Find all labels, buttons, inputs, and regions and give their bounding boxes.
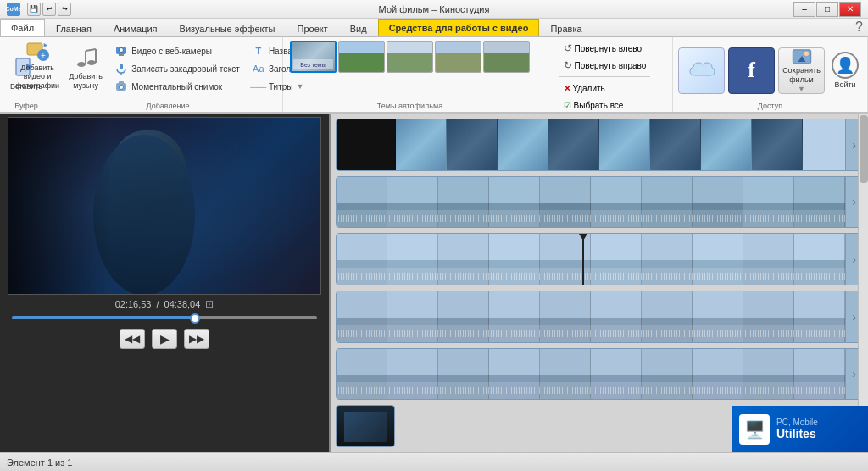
svg-rect-13 — [119, 54, 124, 56]
rotate-left-button[interactable]: ↺ Повернуть влево — [559, 41, 651, 56]
snapshot-button[interactable]: Моментальный снимок — [110, 78, 244, 95]
strip-4-waveform — [337, 325, 845, 342]
svg-rect-14 — [120, 64, 123, 69]
webcam-icon — [114, 44, 128, 58]
svg-point-21 — [804, 51, 808, 55]
prev-frame-button[interactable]: ◀◀ — [120, 329, 145, 349]
tab-project[interactable]: Проект — [286, 19, 338, 36]
watermark-line2: Utilites — [776, 427, 818, 441]
tab-edit[interactable]: Правка — [539, 19, 593, 36]
next-frame-button[interactable]: ▶▶ — [184, 329, 209, 349]
add-large-buttons: + Добавить видео и фотографии — [12, 41, 107, 93]
seek-thumb[interactable] — [190, 313, 200, 324]
watermark-line1: PC, Mobile — [776, 418, 818, 427]
add-video-photos-button[interactable]: + Добавить видео и фотографии — [12, 41, 63, 93]
login-button[interactable]: 👤 Войти — [828, 48, 862, 92]
delete-button[interactable]: ✕ Удалить — [559, 80, 651, 96]
svg-point-12 — [120, 48, 124, 53]
minimize-button[interactable]: – — [793, 2, 815, 17]
small-frame — [337, 406, 394, 447]
film-strip-2[interactable]: › — [336, 176, 863, 229]
theme-thumb-3[interactable] — [387, 41, 433, 73]
strip-2-waveform — [337, 210, 845, 227]
total-time: 04:38,04 — [164, 299, 201, 309]
svg-point-17 — [120, 86, 124, 90]
close-button[interactable]: ✕ — [839, 2, 861, 17]
time-separator: / — [156, 299, 159, 309]
theme-thumb-2[interactable] — [338, 41, 385, 73]
tab-view[interactable]: Вид — [339, 19, 378, 36]
theme-thumb-5[interactable] — [483, 41, 530, 73]
svg-text:+: + — [41, 51, 46, 60]
film-strip-4[interactable]: › — [336, 291, 863, 343]
frame-1-4 — [498, 119, 548, 170]
play-button[interactable]: ▶ — [152, 329, 177, 349]
ribbon-tab-bar: Файл Главная Анимация Визуальные эффекты… — [0, 19, 868, 37]
onedrive-button[interactable] — [678, 47, 725, 94]
frame-1-8 — [701, 119, 752, 170]
divider — [559, 76, 651, 77]
add-group-content: + Добавить видео и фотографии — [12, 41, 324, 100]
status-bar: Элемент 1 из 1 — [0, 452, 868, 471]
add-group-label: Добавление — [147, 100, 190, 110]
small-frame-img — [344, 412, 387, 442]
title-icon: T — [252, 44, 265, 58]
tab-home[interactable]: Главная — [45, 19, 103, 36]
rotate-right-button[interactable]: ↻ Повернуть вправо — [559, 58, 651, 73]
svg-line-10 — [86, 49, 96, 51]
title-bar: CoMa 💾 ↩ ↪ Мой фильм – Киностудия – □ ✕ — [0, 0, 868, 19]
help-button[interactable]: ? — [850, 18, 868, 36]
voice-icon — [114, 62, 128, 75]
maximize-button[interactable]: □ — [816, 2, 838, 17]
waveform-3 — [337, 273, 845, 280]
redo-btn[interactable]: ↪ — [58, 3, 71, 16]
access-group-label: Доступ — [758, 100, 782, 110]
film-strip-3[interactable]: › — [336, 233, 863, 285]
edit-buttons: ↺ Повернуть влево ↻ Повернуть вправо ✕ У… — [559, 41, 651, 113]
theme-thumb-4[interactable] — [435, 41, 481, 73]
save-quick-btn[interactable]: 💾 — [27, 3, 41, 16]
ribbon-group-themes: Без темы Темы автофильма — [283, 37, 537, 112]
strip-1-frames — [337, 119, 845, 170]
svg-marker-3 — [44, 43, 48, 47]
undo-btn[interactable]: ↩ — [42, 3, 56, 16]
film-strip-5[interactable]: › — [336, 348, 863, 401]
video-preview — [8, 117, 321, 295]
film-strip-1[interactable]: › — [336, 119, 863, 171]
scrollbar-thumb[interactable] — [860, 115, 868, 183]
select-all-button[interactable]: ☑ Выбрать все — [559, 97, 651, 113]
access-group-content: f Сохранить фильм ▼ 👤 Войти — [678, 41, 862, 100]
buffer-group-label: Буфер — [14, 100, 38, 110]
timeline-scroll[interactable]: › — [331, 114, 868, 452]
snapshot-icon — [114, 80, 128, 93]
rotate-left-icon: ↺ — [564, 42, 572, 54]
expand-icon[interactable]: ⊡ — [205, 298, 214, 310]
frame-1-3 — [447, 119, 498, 170]
frame-1-2 — [396, 119, 447, 170]
themes-group-label: Темы автофильма — [377, 100, 442, 110]
ribbon-panel: Вставить Буфер + Добавить вид — [0, 37, 868, 114]
voice-button[interactable]: Записать закадровый текст — [110, 60, 244, 77]
timeline-scrollbar[interactable] — [858, 114, 868, 452]
waveform — [337, 215, 845, 222]
save-dropdown[interactable]: ▼ — [798, 85, 805, 93]
tab-video-tools[interactable]: Средства для работы с видео — [378, 19, 540, 36]
watermark-overlay: 🖥️ PC, Mobile Utilites — [732, 406, 868, 452]
tab-visual-effects[interactable]: Визуальные эффекты — [169, 19, 287, 36]
frame-1-9 — [752, 119, 803, 170]
seek-bar[interactable] — [12, 313, 317, 322]
webcam-button[interactable]: Видео с веб-камеры — [110, 42, 244, 59]
timeline-panel: › — [331, 114, 868, 452]
add-music-icon — [72, 45, 99, 70]
playhead-arrow — [579, 234, 587, 241]
save-film-button[interactable]: Сохранить фильм ▼ — [778, 47, 825, 94]
left-vignette — [8, 118, 110, 294]
svg-rect-18 — [119, 81, 124, 84]
tab-animation[interactable]: Анимация — [103, 19, 169, 36]
add-music-button[interactable]: Добавить музыку — [64, 41, 107, 93]
tab-file[interactable]: Файл — [0, 19, 45, 36]
theme-thumb-1[interactable]: Без темы — [290, 41, 337, 73]
film-strip-small[interactable] — [336, 405, 395, 447]
facebook-button[interactable]: f — [728, 47, 775, 94]
status-element-text: Элемент 1 из 1 — [7, 457, 72, 468]
